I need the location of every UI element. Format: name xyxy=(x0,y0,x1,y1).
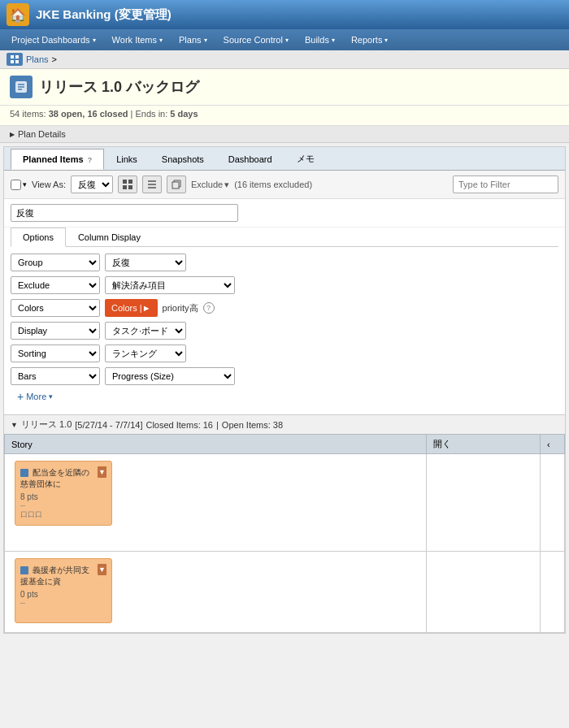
chevron-down-icon: ▾ xyxy=(332,37,335,44)
filter-input[interactable] xyxy=(453,176,558,193)
options-tabs: Options Column Display xyxy=(11,228,558,247)
story-icon xyxy=(20,469,28,477)
nav-label: Source Control xyxy=(224,35,283,45)
story-card-1: 配当金を近隣の慈善団体に ▼ 8 pts -- 口口口 xyxy=(15,461,112,526)
help-icon[interactable]: ? xyxy=(88,156,93,164)
option-value-exclude[interactable]: 解決済み項目 xyxy=(105,276,235,294)
option-value-bars[interactable]: Progress (Size) xyxy=(105,367,235,385)
stats-bar: 54 items: 38 open, 16 closed | Ends in: … xyxy=(0,106,569,126)
grid-icon xyxy=(10,54,20,64)
option-label-group[interactable]: Group xyxy=(11,254,100,271)
story-menu-button-1[interactable]: ▼ xyxy=(98,466,106,478)
option-label-sorting[interactable]: Sorting xyxy=(11,344,100,362)
story-menu-button-2[interactable]: ▼ xyxy=(98,564,106,575)
breadcrumb-separator: > xyxy=(52,54,57,64)
excluded-count: (16 items excluded) xyxy=(234,180,312,189)
option-row-sorting: Sorting ランキング xyxy=(11,344,558,362)
story-card-title-1: 配当金を近隣の慈善団体に xyxy=(20,468,89,488)
option-value-group[interactable]: 反復 xyxy=(105,254,186,271)
svg-rect-9 xyxy=(128,180,132,184)
col-chevron: ‹ xyxy=(541,435,565,454)
search-input[interactable] xyxy=(11,204,238,222)
view-icon-btn-1[interactable] xyxy=(118,176,137,193)
help-icon-colors[interactable]: ? xyxy=(203,302,215,314)
page-title-area: リリース 1.0 バックログ xyxy=(0,69,569,106)
option-label-colors[interactable]: Colors xyxy=(11,299,100,317)
opt-tab-column-display[interactable]: Column Display xyxy=(66,228,153,247)
main-content: Planned Items ? Links Snapshots Dashboar… xyxy=(3,146,566,634)
open-cell-2 xyxy=(427,552,541,633)
option-row-colors: Colors Colors |► priority高 ? xyxy=(11,299,558,317)
svg-rect-15 xyxy=(172,182,179,188)
story-cell-2: 義援者が共同支援基金に資 ▼ 0 pts -- xyxy=(5,552,427,633)
exclude-btn[interactable]: Exclude ▾ xyxy=(191,180,229,190)
nav-label: Reports xyxy=(351,35,383,45)
option-row-display: Display タスク·ボード xyxy=(11,322,558,340)
plus-icon: + xyxy=(17,390,24,403)
open-cell-1 xyxy=(427,454,541,552)
app-header: 🏠 JKE Banking (変更管理) xyxy=(0,0,569,29)
option-label-bars[interactable]: Bars xyxy=(11,367,100,385)
chevron-down-icon: ▾ xyxy=(49,392,53,401)
col-story: Story xyxy=(5,435,427,454)
table-row: 義援者が共同支援基金に資 ▼ 0 pts -- xyxy=(5,552,565,633)
option-row-bars: Bars Progress (Size) xyxy=(11,367,558,385)
breadcrumb-plans-link[interactable]: Plans xyxy=(26,54,49,64)
tab-links[interactable]: Links xyxy=(104,149,150,170)
nav-builds[interactable]: Builds ▾ xyxy=(297,29,343,50)
expand-icon-btn[interactable] xyxy=(167,176,186,193)
search-box-area xyxy=(4,199,565,228)
stats-open: 38 open, xyxy=(49,109,85,119)
story-card-2: 義援者が共同支援基金に資 ▼ 0 pts -- xyxy=(15,558,112,623)
nav-source-control[interactable]: Source Control ▾ xyxy=(215,29,297,50)
stats-closed: 16 closed xyxy=(87,109,128,119)
more-label: More xyxy=(26,392,46,401)
svg-rect-11 xyxy=(128,185,132,189)
opt-tab-options[interactable]: Options xyxy=(11,228,66,247)
nav-reports[interactable]: Reports ▾ xyxy=(343,29,397,50)
col-open: 開く xyxy=(427,435,541,454)
chevron-down-icon: ▾ xyxy=(159,37,163,44)
option-value-display[interactable]: タスク·ボード xyxy=(105,322,186,340)
option-value-sorting[interactable]: ランキング xyxy=(105,344,186,362)
select-all-checkbox[interactable] xyxy=(11,180,21,190)
view-as-label: View As: xyxy=(32,180,66,189)
nav-work-items[interactable]: Work Items ▾ xyxy=(104,29,171,50)
nav-label: Work Items xyxy=(112,35,157,45)
view-as-select[interactable]: 反復 xyxy=(71,176,113,193)
chevron-down-icon: ▾ xyxy=(93,37,96,44)
tab-planned-items[interactable]: Planned Items ? xyxy=(11,149,104,170)
story-pts-2: 0 pts xyxy=(20,590,106,599)
svg-rect-2 xyxy=(11,60,14,63)
plan-details-label: Plan Details xyxy=(18,129,66,139)
tabs-bar: Planned Items ? Links Snapshots Dashboar… xyxy=(4,147,565,171)
nav-label: Project Dashboards xyxy=(11,35,90,45)
triangle-right-icon: ▶ xyxy=(10,131,15,138)
story-card-title-2: 義援者が共同支援基金に資 xyxy=(20,566,89,586)
release-closed: Closed Items: 16 xyxy=(146,420,213,430)
view-icon-btn-2[interactable] xyxy=(142,176,162,193)
story-extra-3: -- xyxy=(20,599,106,607)
option-label-exclude[interactable]: Exclude xyxy=(11,276,100,294)
colors-button[interactable]: Colors |► xyxy=(105,299,158,317)
tab-memo[interactable]: メモ xyxy=(284,147,327,171)
story-icon xyxy=(20,566,28,574)
option-label-display[interactable]: Display xyxy=(11,322,100,340)
chevron-down-icon: ▾ xyxy=(384,37,388,44)
dropdown-arrow-icon[interactable]: ▾ xyxy=(23,180,27,188)
options-panel: Options Column Display Group 反復 Exclude … xyxy=(4,228,565,414)
chevron-cell-1 xyxy=(541,454,565,552)
release-dates: [5/27/14 - 7/7/14] xyxy=(75,420,142,430)
plan-details-toggle[interactable]: ▶ Plan Details xyxy=(0,126,569,143)
tab-dashboard[interactable]: Dashboard xyxy=(216,149,284,170)
more-button[interactable]: + More ▾ xyxy=(17,390,552,403)
release-open: Open Items: 38 xyxy=(222,420,283,430)
nav-plans[interactable]: Plans ▾ xyxy=(171,29,215,50)
chevron-down-icon: ▾ xyxy=(204,37,207,44)
dropdown-icon: ▾ xyxy=(224,180,229,190)
app-title: JKE Banking (変更管理) xyxy=(36,7,172,23)
nav-project-dashboards[interactable]: Project Dashboards ▾ xyxy=(3,29,104,50)
tab-snapshots[interactable]: Snapshots xyxy=(150,149,216,170)
release-header[interactable]: ▼ リリース 1.0 [5/27/14 - 7/7/14] Closed Ite… xyxy=(4,415,565,434)
exclude-label: Exclude xyxy=(191,180,223,189)
